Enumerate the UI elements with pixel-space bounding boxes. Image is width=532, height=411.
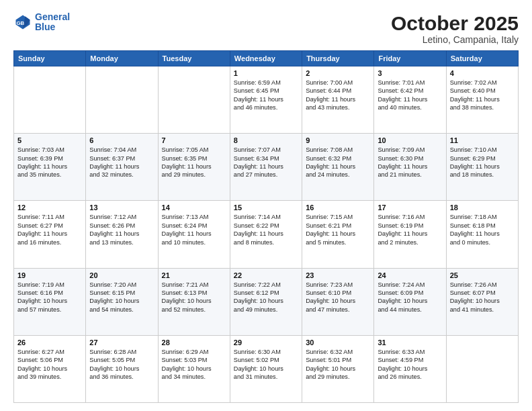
calendar-cell: 23Sunrise: 7:23 AM Sunset: 6:10 PM Dayli…	[302, 268, 374, 335]
calendar-cell	[14, 66, 86, 134]
calendar-cell: 15Sunrise: 7:14 AM Sunset: 6:22 PM Dayli…	[230, 201, 302, 268]
calendar-cell: 16Sunrise: 7:15 AM Sunset: 6:21 PM Dayli…	[302, 201, 374, 268]
day-number: 8	[234, 136, 298, 144]
day-header-friday: Friday	[374, 51, 446, 66]
day-info: Sunrise: 7:20 AM Sunset: 6:15 PM Dayligh…	[89, 281, 154, 314]
day-number: 28	[162, 338, 226, 347]
logo: GB General Blue	[13, 12, 70, 33]
day-number: 9	[306, 136, 370, 144]
day-info: Sunrise: 7:08 AM Sunset: 6:32 PM Dayligh…	[306, 146, 370, 179]
title-block: October 2025 Letino, Campania, Italy	[391, 12, 519, 45]
calendar-cell: 18Sunrise: 7:18 AM Sunset: 6:18 PM Dayli…	[446, 201, 518, 268]
day-number: 22	[234, 271, 298, 279]
day-info: Sunrise: 7:21 AM Sunset: 6:13 PM Dayligh…	[162, 281, 226, 314]
day-info: Sunrise: 7:11 AM Sunset: 6:27 PM Dayligh…	[17, 213, 82, 246]
calendar-table: SundayMondayTuesdayWednesdayThursdayFrid…	[13, 50, 519, 403]
day-info: Sunrise: 7:19 AM Sunset: 6:16 PM Dayligh…	[17, 281, 82, 314]
day-info: Sunrise: 7:12 AM Sunset: 6:26 PM Dayligh…	[89, 213, 154, 246]
calendar-week-row: 12Sunrise: 7:11 AM Sunset: 6:27 PM Dayli…	[14, 201, 519, 268]
calendar-cell: 17Sunrise: 7:16 AM Sunset: 6:19 PM Dayli…	[374, 201, 446, 268]
calendar-cell: 11Sunrise: 7:10 AM Sunset: 6:29 PM Dayli…	[446, 134, 518, 201]
day-number: 7	[162, 136, 226, 144]
day-number: 25	[450, 271, 515, 279]
day-number: 14	[162, 203, 226, 212]
day-header-thursday: Thursday	[302, 51, 374, 66]
day-number: 3	[378, 69, 442, 77]
calendar-cell	[446, 335, 518, 402]
calendar-cell	[86, 66, 158, 134]
calendar-cell: 31Sunrise: 6:33 AM Sunset: 4:59 PM Dayli…	[374, 335, 446, 402]
day-info: Sunrise: 7:03 AM Sunset: 6:39 PM Dayligh…	[17, 146, 82, 179]
calendar-header-row: SundayMondayTuesdayWednesdayThursdayFrid…	[14, 51, 519, 66]
logo-text: General Blue	[35, 12, 70, 33]
day-number: 31	[378, 338, 442, 347]
day-header-monday: Monday	[86, 51, 158, 66]
logo-icon: GB	[13, 13, 32, 32]
calendar-cell: 10Sunrise: 7:09 AM Sunset: 6:30 PM Dayli…	[374, 134, 446, 201]
month-title: October 2025	[391, 12, 519, 34]
day-number: 5	[17, 136, 82, 144]
day-info: Sunrise: 7:07 AM Sunset: 6:34 PM Dayligh…	[234, 146, 298, 179]
day-header-sunday: Sunday	[14, 51, 86, 66]
day-info: Sunrise: 7:04 AM Sunset: 6:37 PM Dayligh…	[89, 146, 154, 179]
calendar-cell: 19Sunrise: 7:19 AM Sunset: 6:16 PM Dayli…	[14, 268, 86, 335]
day-number: 18	[450, 203, 515, 212]
day-info: Sunrise: 7:09 AM Sunset: 6:30 PM Dayligh…	[378, 146, 442, 179]
day-info: Sunrise: 7:18 AM Sunset: 6:18 PM Dayligh…	[450, 213, 515, 246]
day-info: Sunrise: 7:01 AM Sunset: 6:42 PM Dayligh…	[378, 79, 442, 112]
calendar-cell: 1Sunrise: 6:59 AM Sunset: 6:45 PM Daylig…	[230, 66, 302, 134]
day-number: 13	[89, 203, 154, 212]
day-number: 24	[378, 271, 442, 279]
calendar-cell: 2Sunrise: 7:00 AM Sunset: 6:44 PM Daylig…	[302, 66, 374, 134]
day-info: Sunrise: 7:00 AM Sunset: 6:44 PM Dayligh…	[306, 79, 370, 112]
day-header-wednesday: Wednesday	[230, 51, 302, 66]
page: GB General Blue October 2025 Letino, Cam…	[0, 0, 532, 411]
calendar-cell: 30Sunrise: 6:32 AM Sunset: 5:01 PM Dayli…	[302, 335, 374, 402]
day-info: Sunrise: 6:29 AM Sunset: 5:03 PM Dayligh…	[162, 348, 226, 381]
calendar-week-row: 5Sunrise: 7:03 AM Sunset: 6:39 PM Daylig…	[14, 134, 519, 201]
day-number: 2	[306, 69, 370, 77]
day-info: Sunrise: 7:02 AM Sunset: 6:40 PM Dayligh…	[450, 79, 515, 112]
day-info: Sunrise: 7:05 AM Sunset: 6:35 PM Dayligh…	[162, 146, 226, 179]
day-number: 27	[89, 338, 154, 347]
day-info: Sunrise: 6:59 AM Sunset: 6:45 PM Dayligh…	[234, 79, 298, 112]
day-number: 11	[450, 136, 515, 144]
day-info: Sunrise: 7:14 AM Sunset: 6:22 PM Dayligh…	[234, 213, 298, 246]
calendar-cell: 8Sunrise: 7:07 AM Sunset: 6:34 PM Daylig…	[230, 134, 302, 201]
day-header-tuesday: Tuesday	[158, 51, 230, 66]
calendar-cell: 25Sunrise: 7:26 AM Sunset: 6:07 PM Dayli…	[446, 268, 518, 335]
calendar-cell: 28Sunrise: 6:29 AM Sunset: 5:03 PM Dayli…	[158, 335, 230, 402]
calendar-week-row: 26Sunrise: 6:27 AM Sunset: 5:06 PM Dayli…	[14, 335, 519, 402]
calendar-cell: 14Sunrise: 7:13 AM Sunset: 6:24 PM Dayli…	[158, 201, 230, 268]
calendar-week-row: 19Sunrise: 7:19 AM Sunset: 6:16 PM Dayli…	[14, 268, 519, 335]
day-number: 23	[306, 271, 370, 279]
calendar-cell: 13Sunrise: 7:12 AM Sunset: 6:26 PM Dayli…	[86, 201, 158, 268]
calendar-cell: 20Sunrise: 7:20 AM Sunset: 6:15 PM Dayli…	[86, 268, 158, 335]
calendar-week-row: 1Sunrise: 6:59 AM Sunset: 6:45 PM Daylig…	[14, 66, 519, 134]
day-number: 20	[89, 271, 154, 279]
day-number: 21	[162, 271, 226, 279]
day-info: Sunrise: 7:13 AM Sunset: 6:24 PM Dayligh…	[162, 213, 226, 246]
calendar-cell: 6Sunrise: 7:04 AM Sunset: 6:37 PM Daylig…	[86, 134, 158, 201]
day-info: Sunrise: 7:10 AM Sunset: 6:29 PM Dayligh…	[450, 146, 515, 179]
day-info: Sunrise: 7:22 AM Sunset: 6:12 PM Dayligh…	[234, 281, 298, 314]
calendar-cell: 7Sunrise: 7:05 AM Sunset: 6:35 PM Daylig…	[158, 134, 230, 201]
day-info: Sunrise: 7:24 AM Sunset: 6:09 PM Dayligh…	[378, 281, 442, 314]
day-info: Sunrise: 7:26 AM Sunset: 6:07 PM Dayligh…	[450, 281, 515, 314]
svg-text:GB: GB	[16, 20, 24, 26]
day-number: 12	[17, 203, 82, 212]
day-number: 26	[17, 338, 82, 347]
calendar-cell: 5Sunrise: 7:03 AM Sunset: 6:39 PM Daylig…	[14, 134, 86, 201]
day-number: 30	[306, 338, 370, 347]
calendar-cell: 4Sunrise: 7:02 AM Sunset: 6:40 PM Daylig…	[446, 66, 518, 134]
day-number: 6	[89, 136, 154, 144]
day-number: 15	[234, 203, 298, 212]
calendar-cell: 3Sunrise: 7:01 AM Sunset: 6:42 PM Daylig…	[374, 66, 446, 134]
day-number: 16	[306, 203, 370, 212]
calendar-cell: 26Sunrise: 6:27 AM Sunset: 5:06 PM Dayli…	[14, 335, 86, 402]
day-info: Sunrise: 6:33 AM Sunset: 4:59 PM Dayligh…	[378, 348, 442, 381]
day-info: Sunrise: 7:15 AM Sunset: 6:21 PM Dayligh…	[306, 213, 370, 246]
calendar-cell: 27Sunrise: 6:28 AM Sunset: 5:05 PM Dayli…	[86, 335, 158, 402]
calendar-cell: 12Sunrise: 7:11 AM Sunset: 6:27 PM Dayli…	[14, 201, 86, 268]
day-number: 17	[378, 203, 442, 212]
